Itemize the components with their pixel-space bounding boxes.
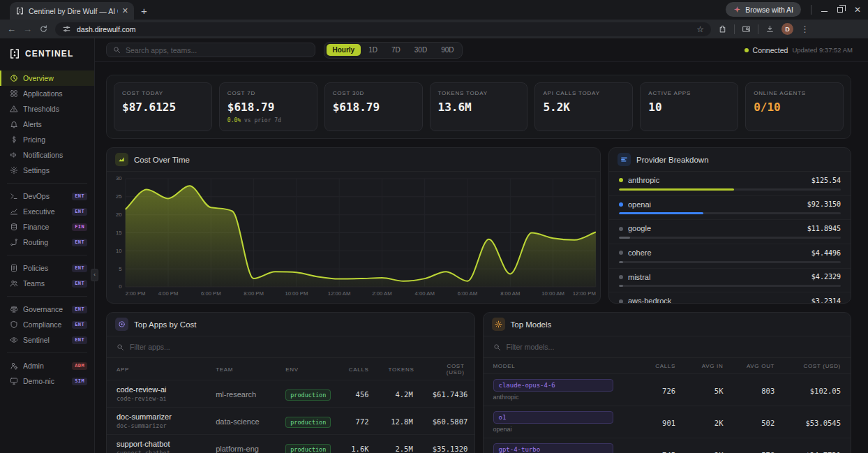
sidebar-item-compliance[interactable]: ComplianceENT [0, 317, 94, 332]
avg-in-value: 2K [714, 419, 724, 427]
avg-out-value: 502 [761, 419, 775, 427]
provider-bar-track [619, 285, 841, 287]
sidebar-nav: OverviewApplicationsThresholdsAlertsPric… [0, 70, 94, 389]
app-name: CENTINEL [25, 49, 74, 59]
provider-cost: $3.2314 [811, 297, 841, 304]
sidebar-item-label: Sentinel [23, 336, 67, 344]
browser-chrome: Centinel by Dire Wulf — AI Cos ✕ + Brows… [0, 0, 868, 38]
sidebar-item-governance[interactable]: GovernanceENT [0, 302, 94, 317]
app-logo: CENTINEL [0, 38, 94, 70]
sidebar-item-routing[interactable]: RoutingENT [0, 235, 94, 250]
sidebar-item-devops[interactable]: DevOpsENT [0, 188, 94, 204]
reload-button[interactable] [39, 24, 48, 34]
sidebar-item-policies[interactable]: PoliciesENT [0, 260, 94, 276]
dollar-icon [10, 135, 18, 144]
sidebar-item-pricing[interactable]: Pricing [0, 132, 94, 147]
col-avg-in: AVG IN [685, 358, 733, 374]
svg-text:6:00 AM: 6:00 AM [458, 290, 477, 297]
provider-cost: $125.54 [811, 177, 841, 184]
sidebar-item-executive[interactable]: ExecutiveENT [0, 204, 94, 219]
provider-name: openai [628, 200, 682, 209]
sidebar-item-label: Compliance [23, 320, 67, 329]
plan-badge: ENT [72, 193, 87, 200]
window-restore-button[interactable] [837, 7, 843, 13]
browser-tab[interactable]: Centinel by Dire Wulf — AI Cos ✕ [10, 2, 134, 20]
back-button[interactable]: ← [7, 24, 16, 34]
app-row-doc-summarizer[interactable]: doc-summarizerdoc-summarizerdata-science… [107, 408, 474, 435]
app-name: doc-summarizer [117, 413, 196, 421]
sidebar-item-finance[interactable]: FinanceFIN [0, 219, 94, 235]
extensions-icon[interactable] [718, 24, 727, 34]
provider-dot-icon [619, 251, 623, 255]
col-env: ENV [276, 358, 338, 380]
range-1d[interactable]: 1D [362, 44, 384, 56]
panel-title: Provider Breakdown [636, 156, 709, 164]
apps-filter[interactable] [107, 336, 474, 358]
avg-out-value: 578 [761, 451, 775, 453]
sidebar-item-teams[interactable]: TeamsENT [0, 276, 94, 291]
kpi-value: 13.6M [438, 101, 520, 114]
kpi-cost-today: COST TODAY$87.6125 [114, 82, 212, 131]
sidebar-collapse-handle[interactable]: ‹ [91, 269, 98, 281]
env-badge: production [285, 444, 331, 453]
sidebar-item-label: Applications [23, 89, 87, 98]
model-row-gpt-4-turbo[interactable]: gpt-4-turboopenai7452K578$24.7731 [484, 438, 851, 453]
provider-cost: $4.4496 [811, 249, 841, 257]
app-row-code-review-ai[interactable]: code-review-aicode-review-aiml-researchp… [107, 380, 474, 408]
kpi-label: TOKENS TODAY [438, 90, 520, 96]
apps-filter-input[interactable] [130, 343, 465, 351]
search-input[interactable] [126, 46, 308, 54]
sidebar-item-alerts[interactable]: Alerts [0, 117, 94, 132]
site-settings-icon[interactable] [62, 24, 71, 34]
apps-icon [10, 89, 18, 98]
team-name: ml-research [216, 390, 256, 399]
sidebar-item-sentinel[interactable]: SentinelENT [0, 332, 94, 348]
range-hourly[interactable]: Hourly [327, 44, 361, 56]
global-search[interactable] [106, 43, 315, 57]
tokens-value: 4.2M [395, 390, 412, 399]
sidebar-item-overview[interactable]: Overview [0, 70, 94, 86]
models-filter[interactable] [484, 336, 851, 358]
profile-avatar[interactable]: D [781, 23, 793, 35]
reading-mode-icon[interactable] [742, 24, 751, 34]
range-7d[interactable]: 7D [385, 44, 407, 56]
monitor-icon [10, 377, 18, 385]
sidebar-item-settings[interactable]: Settings [0, 163, 94, 178]
sidebar-item-thresholds[interactable]: Thresholds [0, 101, 94, 117]
app-row-support-chatbot[interactable]: support-chatbotsupport-chatbotplatform-e… [107, 435, 474, 453]
download-icon[interactable] [765, 24, 775, 34]
search-icon [113, 46, 121, 54]
app-id: support-chatbot [117, 450, 196, 453]
col-team: TEAM [206, 358, 276, 380]
tab-close-icon[interactable]: ✕ [122, 6, 128, 15]
sidebar-item-notifications[interactable]: Notifications [0, 147, 94, 163]
models-filter-input[interactable] [507, 343, 841, 351]
sidebar-item-label: Settings [23, 166, 87, 174]
col-calls: CALLS [338, 358, 379, 380]
col-tokens: TOKENS [379, 358, 423, 380]
browse-with-ai-button[interactable]: Browse with AI [726, 2, 801, 17]
window-close-button[interactable]: ✕ [853, 5, 862, 15]
bookmark-star-icon[interactable]: ☆ [696, 24, 704, 34]
sidebar-item-demo-nic[interactable]: Demo-nicSIM [0, 373, 94, 389]
sidebar-item-admin[interactable]: AdminADM [0, 358, 94, 373]
svg-text:5: 5 [119, 266, 121, 272]
panel-title: Top Apps by Cost [134, 320, 197, 329]
env-badge: production [285, 389, 331, 401]
new-tab-button[interactable]: + [141, 5, 147, 17]
model-row-claude-opus-4-6[interactable]: claude-opus-4-6anthropic7265K803$102.05 [484, 374, 851, 406]
range-90d[interactable]: 90D [435, 44, 460, 56]
forward-button[interactable]: → [23, 24, 32, 34]
calls-value: 772 [356, 417, 369, 426]
range-30d[interactable]: 30D [408, 44, 433, 56]
kpi-value: 10 [648, 101, 730, 114]
model-provider: anthropic [493, 394, 631, 401]
window-minimize-button[interactable] [821, 8, 828, 12]
provider-breakdown-panel: Provider Breakdown anthropic$125.54opena… [608, 147, 851, 304]
browser-menu-icon[interactable]: ⋮ [800, 24, 809, 34]
svg-text:8:00 PM: 8:00 PM [244, 290, 264, 297]
address-bar[interactable]: dash.direwulf.com ☆ [55, 22, 711, 36]
sidebar-item-applications[interactable]: Applications [0, 86, 94, 101]
model-row-o1[interactable]: o1openai9012K502$53.0545 [484, 406, 851, 438]
url-text[interactable]: dash.direwulf.com [77, 25, 691, 34]
